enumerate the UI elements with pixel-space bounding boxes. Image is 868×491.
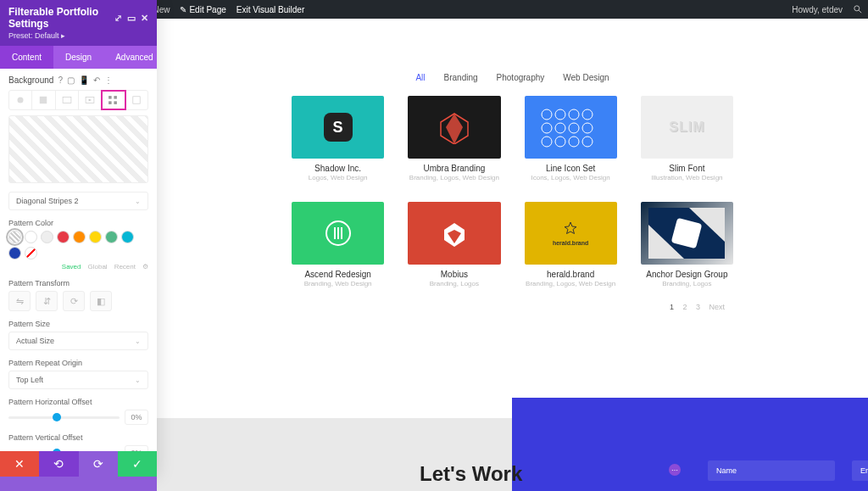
tab-advanced[interactable]: Advanced bbox=[103, 46, 164, 69]
svg-point-23 bbox=[582, 123, 593, 133]
exit-vb-link[interactable]: Exit Visual Builder bbox=[231, 0, 309, 19]
palette-settings-icon[interactable]: ⚙ bbox=[142, 263, 148, 271]
flip-horizontal-button[interactable]: ⇋ bbox=[8, 291, 31, 311]
swatch-none[interactable] bbox=[25, 247, 37, 259]
flip-vertical-button[interactable]: ⇵ bbox=[36, 291, 58, 311]
pencil-icon: ✎ bbox=[180, 5, 186, 14]
edit-page-link[interactable]: ✎Edit Page bbox=[175, 0, 231, 19]
filter-branding[interactable]: Branding bbox=[444, 73, 478, 82]
pattern-size-select[interactable]: Actual Size ⌄ bbox=[8, 332, 148, 350]
panel-header: Filterable Portfolio Settings ⤢ ▭ ✕ Pres… bbox=[0, 0, 157, 46]
page-next[interactable]: Next bbox=[709, 303, 725, 311]
swatch-7[interactable] bbox=[121, 231, 134, 243]
portfolio-card[interactable]: Anchor Design Group Branding, Logos bbox=[641, 202, 733, 287]
v-offset-value[interactable]: 0% bbox=[125, 445, 148, 451]
palette-recent-tab[interactable]: Recent bbox=[114, 263, 136, 271]
page-2[interactable]: 2 bbox=[682, 303, 687, 311]
undo-button[interactable]: ⟲ bbox=[39, 451, 78, 477]
swatch-8[interactable] bbox=[8, 247, 21, 259]
card-title: Anchor Design Group bbox=[641, 270, 733, 279]
card-category: Logos, Web Design bbox=[292, 174, 384, 181]
svg-point-21 bbox=[555, 123, 565, 133]
close-panel-icon[interactable]: ✕ bbox=[141, 13, 148, 24]
phone-icon[interactable]: 📱 bbox=[79, 75, 89, 85]
bg-tab-mask[interactable] bbox=[125, 91, 147, 109]
card-thumb bbox=[408, 96, 500, 159]
v-offset-slider[interactable] bbox=[8, 447, 120, 451]
search-icon bbox=[853, 4, 863, 14]
svg-point-22 bbox=[569, 123, 579, 133]
h-offset-slider[interactable] bbox=[8, 411, 120, 423]
filter-photography[interactable]: Photography bbox=[497, 73, 545, 82]
edit-page-label: Edit Page bbox=[189, 5, 225, 14]
card-title: Ascend Redesign bbox=[292, 270, 384, 279]
panel-tabs: Content Design Advanced bbox=[0, 46, 157, 69]
bg-tab-gradient[interactable] bbox=[32, 91, 55, 109]
color-swatches bbox=[8, 231, 148, 259]
card-category: Illustration, Web Design bbox=[641, 174, 733, 181]
palette-global-tab[interactable]: Global bbox=[88, 263, 108, 271]
svg-point-2 bbox=[854, 6, 860, 11]
background-label: Background bbox=[8, 75, 53, 85]
name-input[interactable]: Name bbox=[708, 460, 835, 481]
h-offset-value[interactable]: 0% bbox=[125, 410, 148, 425]
howdy-user[interactable]: Howdy, etdev bbox=[787, 0, 848, 19]
swatch-1[interactable] bbox=[25, 231, 37, 243]
preset-select[interactable]: Preset: Default ▸ bbox=[8, 31, 148, 40]
portfolio-card[interactable]: Ascend Redesign Branding, Web Design bbox=[292, 202, 384, 287]
save-button[interactable]: ✓ bbox=[118, 451, 157, 477]
portfolio-card[interactable]: Mobius Branding, Logos bbox=[408, 202, 500, 287]
v-offset-label: Pattern Vertical Offset bbox=[8, 433, 148, 442]
portfolio-card[interactable]: S Shadow Inc. Logos, Web Design bbox=[292, 96, 384, 181]
page-3[interactable]: 3 bbox=[696, 303, 700, 311]
filter-all[interactable]: All bbox=[415, 73, 425, 82]
card-category: Branding, Web Design bbox=[292, 280, 384, 287]
swatch-3[interactable] bbox=[57, 231, 70, 243]
bg-tab-video[interactable] bbox=[79, 91, 102, 109]
svg-marker-8 bbox=[89, 99, 92, 102]
name-placeholder: Name bbox=[716, 466, 737, 475]
module-hover-handle[interactable]: ⋯ bbox=[669, 464, 681, 476]
invert-button[interactable]: ◧ bbox=[90, 291, 112, 311]
swatch-4[interactable] bbox=[73, 231, 86, 243]
svg-point-19 bbox=[582, 109, 593, 120]
discard-button[interactable]: ✕ bbox=[0, 451, 39, 477]
bg-tab-color[interactable] bbox=[9, 91, 32, 109]
swatch-6[interactable] bbox=[105, 231, 118, 243]
filter-webdesign[interactable]: Web Design bbox=[563, 73, 609, 82]
svg-rect-13 bbox=[133, 97, 140, 103]
expand-icon[interactable]: ⤢ bbox=[114, 13, 122, 24]
tab-content[interactable]: Content bbox=[0, 46, 53, 69]
pattern-style-select[interactable]: Diagonal Stripes 2 ⌄ bbox=[8, 192, 148, 210]
portfolio-card[interactable]: SLIM Slim Font Illustration, Web Design bbox=[641, 96, 733, 181]
repeat-origin-select[interactable]: Top Left ⌄ bbox=[8, 371, 148, 389]
swatch-5[interactable] bbox=[89, 231, 102, 243]
svg-line-3 bbox=[859, 10, 861, 13]
search-toggle[interactable] bbox=[848, 0, 868, 19]
responsive-icon[interactable]: ▢ bbox=[67, 75, 75, 85]
email-input[interactable]: Email Address bbox=[852, 460, 868, 481]
bg-tab-pattern[interactable] bbox=[102, 91, 125, 109]
card-title: Mobius bbox=[408, 270, 500, 279]
rotate-button[interactable]: ⟳ bbox=[63, 291, 85, 311]
portfolio-card[interactable]: Line Icon Set Icons, Logos, Web Design bbox=[525, 96, 617, 181]
portfolio-card[interactable]: Umbra Branding Branding, Logos, Web Desi… bbox=[408, 96, 500, 181]
redo-button[interactable]: ⟳ bbox=[79, 451, 118, 477]
portfolio-card[interactable]: herald.brand herald.brand Branding, Logo… bbox=[525, 202, 617, 287]
palette-saved-tab[interactable]: Saved bbox=[62, 263, 81, 271]
swatch-2[interactable] bbox=[41, 231, 53, 243]
card-title: Umbra Branding bbox=[408, 164, 500, 173]
bg-tab-image[interactable] bbox=[56, 91, 79, 109]
more-icon[interactable]: ⋮ bbox=[104, 75, 113, 85]
snap-icon[interactable]: ▭ bbox=[127, 13, 136, 24]
hover-icon[interactable]: ↶ bbox=[93, 75, 100, 85]
help-icon[interactable]: ? bbox=[58, 75, 63, 85]
page-1[interactable]: 1 bbox=[670, 303, 674, 311]
portfolio-filters: All Branding Photography Web Design bbox=[288, 73, 737, 82]
tab-design[interactable]: Design bbox=[53, 46, 103, 69]
portfolio-module: All Branding Photography Web Design S Sh… bbox=[288, 61, 737, 337]
howdy-label: Howdy, etdev bbox=[792, 5, 843, 14]
swatch-transparent[interactable] bbox=[8, 231, 21, 243]
panel-body[interactable]: Background ? ▢ 📱 ↶ ⋮ Diagonal Stripes 2 … bbox=[0, 69, 157, 451]
svg-rect-10 bbox=[114, 96, 118, 99]
